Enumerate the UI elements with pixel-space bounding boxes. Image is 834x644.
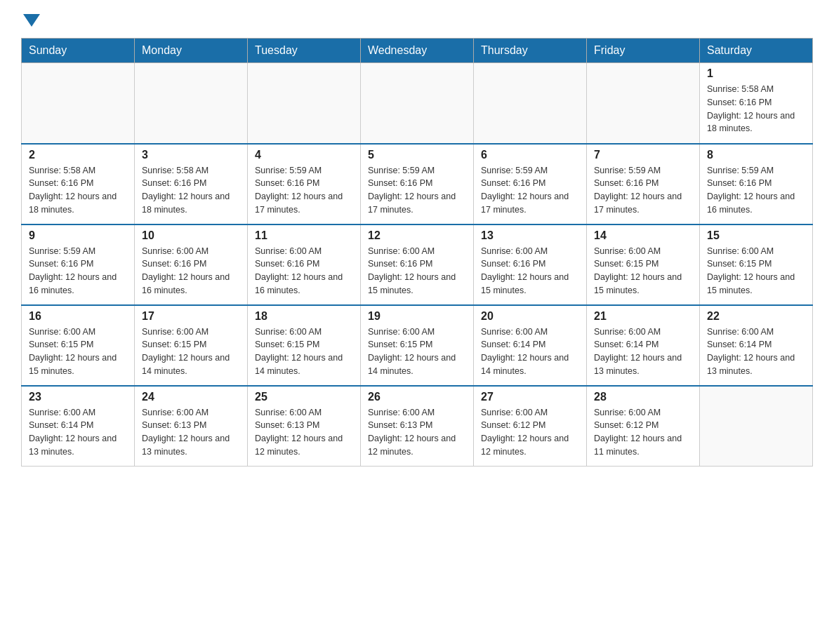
- calendar-day-cell: 8Sunrise: 5:59 AM Sunset: 6:16 PM Daylig…: [700, 144, 813, 224]
- column-header-wednesday: Wednesday: [361, 39, 474, 63]
- day-number: 5: [368, 149, 466, 161]
- day-number: 19: [368, 310, 466, 323]
- calendar-day-cell: 2Sunrise: 5:58 AM Sunset: 6:16 PM Daylig…: [22, 144, 135, 224]
- calendar-day-cell: 26Sunrise: 6:00 AM Sunset: 6:13 PM Dayli…: [361, 386, 474, 467]
- calendar-week-row: 23Sunrise: 6:00 AM Sunset: 6:14 PM Dayli…: [22, 386, 813, 467]
- day-info: Sunrise: 6:00 AM Sunset: 6:12 PM Dayligh…: [481, 406, 579, 459]
- calendar-header-row: SundayMondayTuesdayWednesdayThursdayFrid…: [22, 39, 813, 63]
- day-number: 21: [594, 310, 692, 323]
- day-info: Sunrise: 6:00 AM Sunset: 6:14 PM Dayligh…: [481, 326, 579, 378]
- day-number: 26: [368, 391, 466, 403]
- day-number: 24: [142, 391, 240, 403]
- day-number: 12: [368, 229, 466, 242]
- calendar-day-cell: 24Sunrise: 6:00 AM Sunset: 6:13 PM Dayli…: [135, 386, 248, 467]
- day-info: Sunrise: 5:59 AM Sunset: 6:16 PM Dayligh…: [255, 164, 353, 217]
- day-number: 17: [142, 310, 240, 323]
- calendar-day-cell: [700, 386, 813, 467]
- day-number: 10: [142, 229, 240, 242]
- calendar-day-cell: 11Sunrise: 6:00 AM Sunset: 6:16 PM Dayli…: [248, 224, 361, 305]
- calendar-day-cell: 13Sunrise: 6:00 AM Sunset: 6:16 PM Dayli…: [474, 224, 587, 305]
- day-number: 13: [481, 229, 579, 242]
- day-info: Sunrise: 6:00 AM Sunset: 6:14 PM Dayligh…: [707, 326, 805, 378]
- calendar-day-cell: 4Sunrise: 5:59 AM Sunset: 6:16 PM Daylig…: [248, 144, 361, 224]
- calendar-day-cell: 6Sunrise: 5:59 AM Sunset: 6:16 PM Daylig…: [474, 144, 587, 224]
- day-number: 25: [255, 391, 353, 403]
- day-info: Sunrise: 5:58 AM Sunset: 6:16 PM Dayligh…: [29, 164, 127, 217]
- day-number: 9: [29, 229, 127, 242]
- calendar-week-row: 16Sunrise: 6:00 AM Sunset: 6:15 PM Dayli…: [22, 305, 813, 386]
- calendar-day-cell: [361, 63, 474, 144]
- day-info: Sunrise: 6:00 AM Sunset: 6:15 PM Dayligh…: [29, 326, 127, 378]
- day-info: Sunrise: 6:00 AM Sunset: 6:15 PM Dayligh…: [368, 326, 466, 378]
- calendar-day-cell: 1Sunrise: 5:58 AM Sunset: 6:16 PM Daylig…: [700, 63, 813, 144]
- calendar-day-cell: 21Sunrise: 6:00 AM Sunset: 6:14 PM Dayli…: [587, 305, 700, 386]
- day-number: 27: [481, 391, 579, 403]
- calendar-day-cell: [474, 63, 587, 144]
- column-header-saturday: Saturday: [700, 39, 813, 63]
- column-header-monday: Monday: [135, 39, 248, 63]
- calendar-day-cell: 23Sunrise: 6:00 AM Sunset: 6:14 PM Dayli…: [22, 386, 135, 467]
- day-number: 14: [594, 229, 692, 242]
- calendar-day-cell: 15Sunrise: 6:00 AM Sunset: 6:15 PM Dayli…: [700, 224, 813, 305]
- day-number: 20: [481, 310, 579, 323]
- day-number: 22: [707, 310, 805, 323]
- calendar-day-cell: 19Sunrise: 6:00 AM Sunset: 6:15 PM Dayli…: [361, 305, 474, 386]
- day-number: 18: [255, 310, 353, 323]
- column-header-friday: Friday: [587, 39, 700, 63]
- calendar-day-cell: 10Sunrise: 6:00 AM Sunset: 6:16 PM Dayli…: [135, 224, 248, 305]
- logo: [21, 14, 40, 24]
- logo-general: [21, 14, 40, 24]
- day-info: Sunrise: 6:00 AM Sunset: 6:15 PM Dayligh…: [142, 326, 240, 378]
- day-info: Sunrise: 6:00 AM Sunset: 6:16 PM Dayligh…: [368, 245, 466, 297]
- calendar-day-cell: 3Sunrise: 5:58 AM Sunset: 6:16 PM Daylig…: [135, 144, 248, 224]
- calendar-day-cell: 9Sunrise: 5:59 AM Sunset: 6:16 PM Daylig…: [22, 224, 135, 305]
- calendar-day-cell: 16Sunrise: 6:00 AM Sunset: 6:15 PM Dayli…: [22, 305, 135, 386]
- day-info: Sunrise: 5:59 AM Sunset: 6:16 PM Dayligh…: [481, 164, 579, 217]
- calendar-day-cell: 20Sunrise: 6:00 AM Sunset: 6:14 PM Dayli…: [474, 305, 587, 386]
- day-info: Sunrise: 6:00 AM Sunset: 6:15 PM Dayligh…: [255, 326, 353, 378]
- column-header-sunday: Sunday: [22, 39, 135, 63]
- calendar-day-cell: [248, 63, 361, 144]
- day-info: Sunrise: 5:59 AM Sunset: 6:16 PM Dayligh…: [29, 245, 127, 297]
- day-info: Sunrise: 6:00 AM Sunset: 6:15 PM Dayligh…: [594, 245, 692, 297]
- calendar-day-cell: 5Sunrise: 5:59 AM Sunset: 6:16 PM Daylig…: [361, 144, 474, 224]
- calendar-week-row: 1Sunrise: 5:58 AM Sunset: 6:16 PM Daylig…: [22, 63, 813, 144]
- calendar-week-row: 9Sunrise: 5:59 AM Sunset: 6:16 PM Daylig…: [22, 224, 813, 305]
- page-header: [21, 14, 813, 24]
- calendar-day-cell: [587, 63, 700, 144]
- day-number: 23: [29, 391, 127, 403]
- logo-arrow-icon: [23, 14, 40, 27]
- day-info: Sunrise: 5:59 AM Sunset: 6:16 PM Dayligh…: [368, 164, 466, 217]
- calendar-week-row: 2Sunrise: 5:58 AM Sunset: 6:16 PM Daylig…: [22, 144, 813, 224]
- day-number: 11: [255, 229, 353, 242]
- calendar-day-cell: 22Sunrise: 6:00 AM Sunset: 6:14 PM Dayli…: [700, 305, 813, 386]
- day-info: Sunrise: 6:00 AM Sunset: 6:16 PM Dayligh…: [142, 245, 240, 297]
- calendar-day-cell: [22, 63, 135, 144]
- calendar-day-cell: 12Sunrise: 6:00 AM Sunset: 6:16 PM Dayli…: [361, 224, 474, 305]
- day-number: 7: [594, 149, 692, 161]
- calendar-day-cell: 25Sunrise: 6:00 AM Sunset: 6:13 PM Dayli…: [248, 386, 361, 467]
- day-info: Sunrise: 6:00 AM Sunset: 6:16 PM Dayligh…: [255, 245, 353, 297]
- day-number: 8: [707, 149, 805, 161]
- day-info: Sunrise: 5:58 AM Sunset: 6:16 PM Dayligh…: [142, 164, 240, 217]
- day-number: 6: [481, 149, 579, 161]
- calendar-day-cell: 18Sunrise: 6:00 AM Sunset: 6:15 PM Dayli…: [248, 305, 361, 386]
- day-number: 28: [594, 391, 692, 403]
- day-info: Sunrise: 6:00 AM Sunset: 6:15 PM Dayligh…: [707, 245, 805, 297]
- calendar-table: SundayMondayTuesdayWednesdayThursdayFrid…: [21, 38, 813, 467]
- day-info: Sunrise: 5:59 AM Sunset: 6:16 PM Dayligh…: [707, 164, 805, 217]
- day-number: 16: [29, 310, 127, 323]
- calendar-day-cell: 7Sunrise: 5:59 AM Sunset: 6:16 PM Daylig…: [587, 144, 700, 224]
- calendar-day-cell: 14Sunrise: 6:00 AM Sunset: 6:15 PM Dayli…: [587, 224, 700, 305]
- day-info: Sunrise: 6:00 AM Sunset: 6:13 PM Dayligh…: [142, 406, 240, 459]
- day-number: 3: [142, 149, 240, 161]
- calendar-day-cell: 17Sunrise: 6:00 AM Sunset: 6:15 PM Dayli…: [135, 305, 248, 386]
- day-info: Sunrise: 6:00 AM Sunset: 6:12 PM Dayligh…: [594, 406, 692, 459]
- day-info: Sunrise: 6:00 AM Sunset: 6:14 PM Dayligh…: [29, 406, 127, 459]
- column-header-thursday: Thursday: [474, 39, 587, 63]
- day-info: Sunrise: 6:00 AM Sunset: 6:13 PM Dayligh…: [368, 406, 466, 459]
- calendar-day-cell: 28Sunrise: 6:00 AM Sunset: 6:12 PM Dayli…: [587, 386, 700, 467]
- day-info: Sunrise: 6:00 AM Sunset: 6:14 PM Dayligh…: [594, 326, 692, 378]
- day-number: 2: [29, 149, 127, 161]
- calendar-day-cell: [135, 63, 248, 144]
